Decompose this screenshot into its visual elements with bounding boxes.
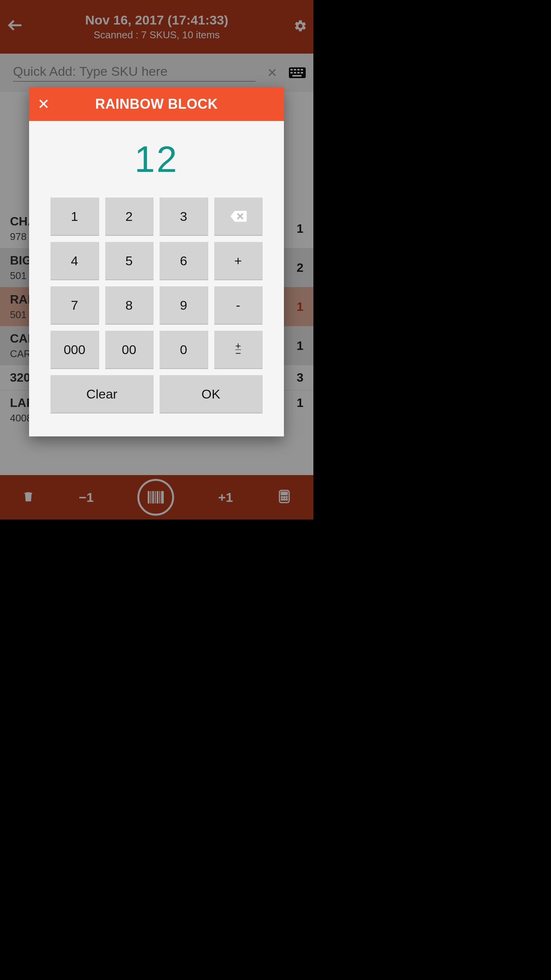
key-6[interactable]: 6	[160, 242, 208, 280]
item-qty: 3	[287, 371, 303, 385]
item-qty: 1	[287, 222, 303, 236]
svg-point-3	[284, 497, 285, 498]
item-qty: 1	[287, 396, 303, 410]
key-9[interactable]: 9	[160, 286, 208, 325]
app-header: Nov 16, 2017 (17:41:33) Scanned : 7 SKUS…	[0, 0, 313, 54]
svg-rect-1	[281, 492, 287, 495]
key-minus[interactable]: -	[214, 286, 263, 325]
quantity-display: 12	[29, 121, 284, 198]
key-2[interactable]: 2	[105, 198, 154, 236]
svg-point-5	[281, 499, 282, 500]
clear-button[interactable]: Clear	[51, 375, 153, 413]
quantity-value: 12	[135, 138, 179, 180]
numeric-keypad: 1 2 3 4 5 6 + 7 8 9 - 000 00	[29, 198, 284, 436]
decrement-button[interactable]: −1	[79, 490, 94, 505]
delete-icon[interactable]	[22, 488, 35, 506]
backspace-key[interactable]	[214, 198, 263, 236]
item-qty: 1	[287, 339, 303, 353]
key-plusminus[interactable]: +−	[214, 331, 263, 369]
bottom-toolbar: −1 +1	[0, 475, 313, 519]
clear-input-icon[interactable]: ✕	[267, 65, 277, 80]
svg-point-4	[286, 497, 287, 498]
header-subtitle: Scanned : 7 SKUS, 10 items	[24, 29, 289, 41]
ok-button[interactable]: OK	[160, 375, 262, 413]
key-3[interactable]: 3	[160, 198, 208, 236]
scan-barcode-button[interactable]	[137, 479, 174, 516]
key-8[interactable]: 8	[105, 286, 154, 325]
key-000[interactable]: 000	[51, 331, 99, 369]
key-plus[interactable]: +	[214, 242, 263, 280]
keyboard-icon[interactable]	[289, 67, 306, 78]
quick-add-input[interactable]: Quick Add: Type SKU here	[13, 64, 256, 82]
key-4[interactable]: 4	[51, 242, 99, 280]
item-qty: 2	[287, 261, 303, 275]
key-0[interactable]: 0	[160, 331, 208, 369]
nav-bar-blackout	[0, 519, 313, 557]
settings-icon[interactable]	[289, 19, 307, 34]
increment-button[interactable]: +1	[218, 490, 233, 505]
key-5[interactable]: 5	[105, 242, 154, 280]
key-1[interactable]: 1	[51, 198, 99, 236]
key-7[interactable]: 7	[51, 286, 99, 325]
header-title: Nov 16, 2017 (17:41:33)	[24, 13, 289, 28]
svg-point-6	[284, 499, 285, 500]
calculator-icon[interactable]	[277, 487, 292, 508]
item-qty: 1	[287, 300, 303, 314]
svg-point-7	[286, 499, 287, 500]
modal-header: ✕ RAINBOW BLOCK	[29, 87, 284, 121]
key-00[interactable]: 00	[105, 331, 154, 369]
backspace-icon	[229, 210, 247, 223]
back-arrow-icon[interactable]	[6, 16, 24, 38]
modal-title: RAINBOW BLOCK	[29, 96, 284, 112]
svg-point-2	[281, 497, 282, 498]
close-icon[interactable]: ✕	[37, 96, 50, 113]
quantity-modal: ✕ RAINBOW BLOCK 12 1 2 3 4 5 6 + 7	[29, 87, 284, 436]
quick-add-bar: Quick Add: Type SKU here ✕	[0, 54, 313, 92]
